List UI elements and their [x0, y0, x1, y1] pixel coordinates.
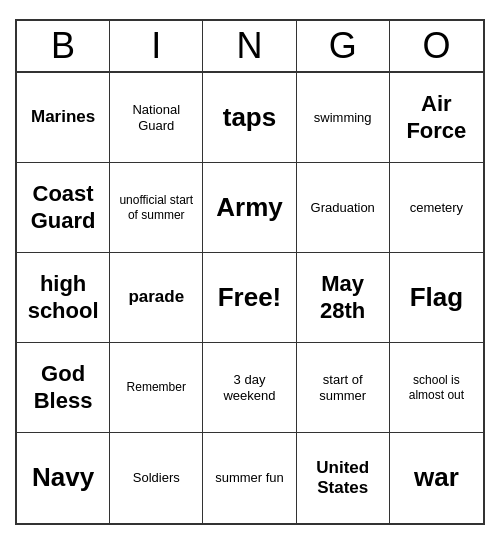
bingo-cell-4: Air Force [390, 73, 483, 163]
bingo-cell-text-8: Graduation [311, 200, 375, 216]
bingo-cell-1: National Guard [110, 73, 203, 163]
bingo-cell-0: Marines [17, 73, 110, 163]
bingo-cell-text-3: swimming [314, 110, 372, 126]
bingo-cell-text-6: unofficial start of summer [114, 193, 198, 222]
header-letter-n: N [203, 21, 296, 71]
bingo-cell-18: start of summer [297, 343, 390, 433]
header-letter-i: I [110, 21, 203, 71]
bingo-cell-text-11: parade [128, 287, 184, 307]
header-letter-o: O [390, 21, 483, 71]
bingo-cell-text-17: 3 day weekend [207, 372, 291, 403]
bingo-cell-8: Graduation [297, 163, 390, 253]
bingo-cell-text-0: Marines [31, 107, 95, 127]
bingo-cell-9: cemetery [390, 163, 483, 253]
bingo-cell-7: Army [203, 163, 296, 253]
bingo-cell-19: school is almost out [390, 343, 483, 433]
bingo-card: BINGO MarinesNational GuardtapsswimmingA… [15, 19, 485, 525]
bingo-cell-text-18: start of summer [301, 372, 385, 403]
bingo-cell-text-16: Remember [127, 380, 186, 394]
bingo-cell-20: Navy [17, 433, 110, 523]
header-letter-b: B [17, 21, 110, 71]
bingo-cell-text-9: cemetery [410, 200, 463, 216]
bingo-cell-text-2: taps [223, 102, 276, 133]
bingo-cell-text-14: Flag [410, 282, 463, 313]
bingo-cell-14: Flag [390, 253, 483, 343]
bingo-cell-text-22: summer fun [215, 470, 284, 486]
bingo-cell-16: Remember [110, 343, 203, 433]
bingo-cell-13: May 28th [297, 253, 390, 343]
bingo-cell-22: summer fun [203, 433, 296, 523]
bingo-cell-12: Free! [203, 253, 296, 343]
bingo-cell-17: 3 day weekend [203, 343, 296, 433]
bingo-cell-5: Coast Guard [17, 163, 110, 253]
bingo-cell-text-1: National Guard [114, 102, 198, 133]
bingo-cell-text-19: school is almost out [394, 373, 479, 402]
bingo-grid: MarinesNational GuardtapsswimmingAir For… [17, 73, 483, 523]
bingo-cell-text-15: God Bless [21, 361, 105, 414]
bingo-cell-15: God Bless [17, 343, 110, 433]
bingo-cell-6: unofficial start of summer [110, 163, 203, 253]
bingo-cell-2: taps [203, 73, 296, 163]
bingo-cell-3: swimming [297, 73, 390, 163]
bingo-cell-21: Soldiers [110, 433, 203, 523]
bingo-cell-text-21: Soldiers [133, 470, 180, 486]
bingo-cell-10: high school [17, 253, 110, 343]
bingo-cell-text-10: high school [21, 271, 105, 324]
bingo-cell-text-7: Army [216, 192, 282, 223]
bingo-cell-text-4: Air Force [394, 91, 479, 144]
bingo-cell-text-24: war [414, 462, 459, 493]
bingo-header: BINGO [17, 21, 483, 73]
header-letter-g: G [297, 21, 390, 71]
bingo-cell-24: war [390, 433, 483, 523]
bingo-cell-text-5: Coast Guard [21, 181, 105, 234]
bingo-cell-text-12: Free! [218, 282, 282, 313]
bingo-cell-23: United States [297, 433, 390, 523]
bingo-cell-text-23: United States [301, 458, 385, 499]
bingo-cell-text-13: May 28th [301, 271, 385, 324]
bingo-cell-text-20: Navy [32, 462, 94, 493]
bingo-cell-11: parade [110, 253, 203, 343]
